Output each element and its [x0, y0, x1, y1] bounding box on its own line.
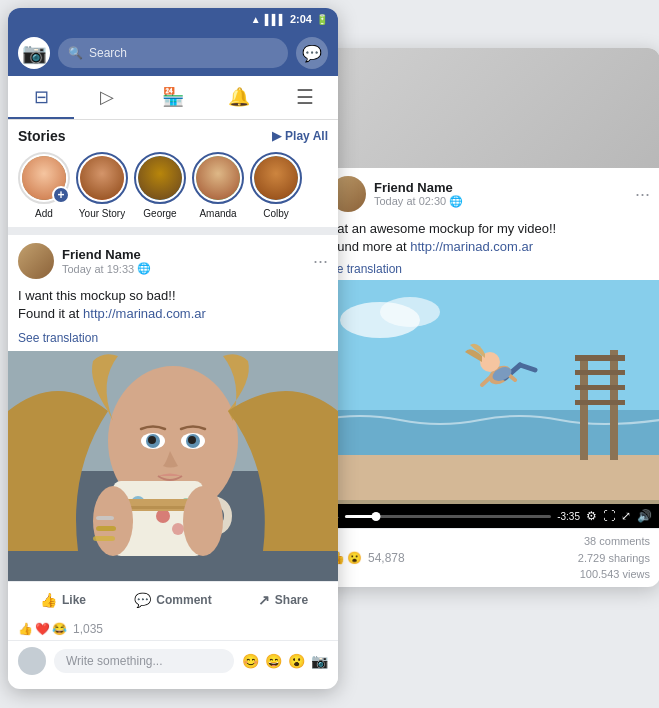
- story-label-amanda: Amanda: [199, 208, 236, 219]
- story-item-colby[interactable]: Colby: [250, 152, 302, 219]
- story-item-yourstory[interactable]: Your Story: [76, 152, 128, 219]
- play-icon: ▶: [272, 129, 281, 143]
- tab-notifications[interactable]: 🔔: [206, 76, 272, 119]
- comment-icon-1: 💬: [134, 592, 151, 608]
- story-item-add[interactable]: + Add: [18, 152, 70, 219]
- svg-rect-8: [575, 370, 625, 375]
- post-header-1: Friend Name Today at 19:33 🌐 ···: [8, 235, 338, 287]
- story-george-avatar: [138, 156, 182, 200]
- video-volume-icon[interactable]: 🔊: [637, 509, 652, 523]
- back-reaction-count: 54,878: [368, 551, 405, 565]
- play-all-label: Play All: [285, 129, 328, 143]
- fb-logo[interactable]: 📷: [18, 37, 50, 69]
- svg-point-32: [172, 523, 184, 535]
- messenger-icon: 💬: [302, 44, 322, 63]
- back-views-count: 100.543 views: [578, 566, 650, 583]
- reaction-icons-1: 👍 ❤️ 😂 1,035: [18, 622, 103, 636]
- svg-rect-7: [575, 355, 625, 361]
- back-see-translation[interactable]: ee translation: [320, 260, 659, 280]
- post-card-back: Friend Name Today at 02:30 🌐 ··· hat an …: [320, 48, 659, 587]
- story-add-wrap: +: [18, 152, 70, 204]
- svg-point-26: [188, 436, 196, 444]
- post-link-1[interactable]: http://marinad.com.ar: [83, 306, 206, 321]
- emoji-happy-icon[interactable]: 😄: [265, 653, 282, 669]
- stories-title: Stories: [18, 128, 65, 144]
- share-icon-1: ↗: [258, 592, 270, 608]
- add-story-button[interactable]: +: [52, 186, 70, 204]
- face-3: [138, 156, 182, 200]
- back-post-more-button[interactable]: ···: [635, 184, 650, 205]
- nav-tabs: ⊟ ▷ 🏪 🔔 ☰: [8, 76, 338, 120]
- like-icon-1: 👍: [40, 592, 57, 608]
- svg-point-36: [183, 486, 223, 556]
- globe-icon-1: 🌐: [137, 262, 151, 275]
- tab-home[interactable]: ⊟: [8, 76, 74, 119]
- svg-point-2: [380, 297, 440, 327]
- back-post-image: [320, 280, 659, 504]
- app-header: 📷 🔍 Search 💬: [8, 30, 338, 76]
- svg-rect-9: [575, 385, 625, 390]
- video-time: -3:35: [557, 511, 580, 522]
- comment-label-1: Comment: [156, 593, 211, 607]
- girl-mug-svg: [8, 351, 338, 581]
- messenger-button[interactable]: 💬: [296, 37, 328, 69]
- story-item-george[interactable]: George: [134, 152, 186, 219]
- svg-rect-0: [320, 280, 659, 410]
- comment-box-1: Write something... 😊 😄 😮 📷: [8, 640, 338, 681]
- video-fullscreen-icon[interactable]: ⛶: [603, 509, 615, 523]
- comment-avatar-1: [18, 647, 46, 675]
- story-george-wrap: [134, 152, 186, 204]
- video-controls: ▶ -3:35 ⚙ ⛶ ⤢ 🔊: [320, 504, 659, 528]
- video-expand-icon[interactable]: ⤢: [621, 509, 631, 523]
- back-post-link[interactable]: http://marinad.com.ar: [410, 239, 533, 254]
- tab-video[interactable]: ▷: [74, 76, 140, 119]
- post-text-1: I want this mockup so bad!! Found it at …: [8, 287, 338, 329]
- story-colby-avatar: [254, 156, 298, 200]
- comment-input-1[interactable]: Write something...: [54, 649, 234, 673]
- status-time: 2:04: [290, 13, 312, 25]
- search-bar[interactable]: 🔍 Search: [58, 38, 288, 68]
- post-meta-1: Friend Name Today at 19:33 🌐: [62, 247, 305, 275]
- story-amanda-avatar: [196, 156, 240, 200]
- back-reaction-stats: 38 comments 2.729 sharings 100.543 views: [578, 533, 650, 583]
- emoji-smile-icon[interactable]: 😊: [242, 653, 259, 669]
- post-card-1: Friend Name Today at 19:33 🌐 ··· I want …: [8, 235, 338, 681]
- face-5: [254, 156, 298, 200]
- video-settings-icon[interactable]: ⚙: [586, 509, 597, 523]
- play-all-button[interactable]: ▶ Play All: [272, 129, 328, 143]
- post-actions-1: 👍 Like 💬 Comment ↗ Share: [8, 581, 338, 618]
- tab-menu[interactable]: ☰: [272, 76, 338, 119]
- tab-marketplace[interactable]: 🏪: [140, 76, 206, 119]
- video-progress-bar[interactable]: [345, 515, 551, 518]
- post-author-1: Friend Name: [62, 247, 305, 262]
- svg-rect-37: [96, 526, 116, 531]
- beach-scene-svg: [320, 280, 659, 500]
- back-comments-count: 38 comments: [578, 533, 650, 550]
- emoji-camera-icon[interactable]: 📷: [311, 653, 328, 669]
- back-post-meta: Friend Name Today at 02:30 🌐: [374, 180, 627, 208]
- status-bar: ▲ ▌▌▌ 2:04 🔋: [8, 8, 338, 30]
- back-post-reactions: 👍 😮 54,878 38 comments 2.729 sharings 10…: [320, 528, 659, 587]
- video-icons: ⚙ ⛶ ⤢ 🔊: [586, 509, 652, 523]
- story-label-add: Add: [35, 208, 53, 219]
- story-yourstory-wrap: [76, 152, 128, 204]
- back-post-text: hat an awesome mockup for my video!! oun…: [320, 220, 659, 260]
- post-image-1: [8, 351, 338, 581]
- story-item-amanda[interactable]: Amanda: [192, 152, 244, 219]
- face-4: [196, 156, 240, 200]
- face-2: [80, 156, 124, 200]
- back-post-author: Friend Name: [374, 180, 627, 195]
- search-icon: 🔍: [68, 46, 83, 60]
- story-amanda-wrap: [192, 152, 244, 204]
- story-label-colby: Colby: [263, 208, 289, 219]
- post-reactions-1: 👍 ❤️ 😂 1,035: [8, 618, 338, 640]
- post-more-button-1[interactable]: ···: [313, 251, 328, 272]
- emoji-wow-icon[interactable]: 😮: [288, 653, 305, 669]
- comment-button-1[interactable]: 💬 Comment: [118, 586, 228, 614]
- like-reaction-icon: 👍: [18, 622, 33, 636]
- see-translation-1[interactable]: See translation: [8, 329, 338, 351]
- share-button-1[interactable]: ↗ Share: [228, 586, 338, 614]
- like-button-1[interactable]: 👍 Like: [8, 586, 118, 614]
- fb-logo-icon: 📷: [22, 41, 47, 65]
- svg-rect-10: [575, 400, 625, 405]
